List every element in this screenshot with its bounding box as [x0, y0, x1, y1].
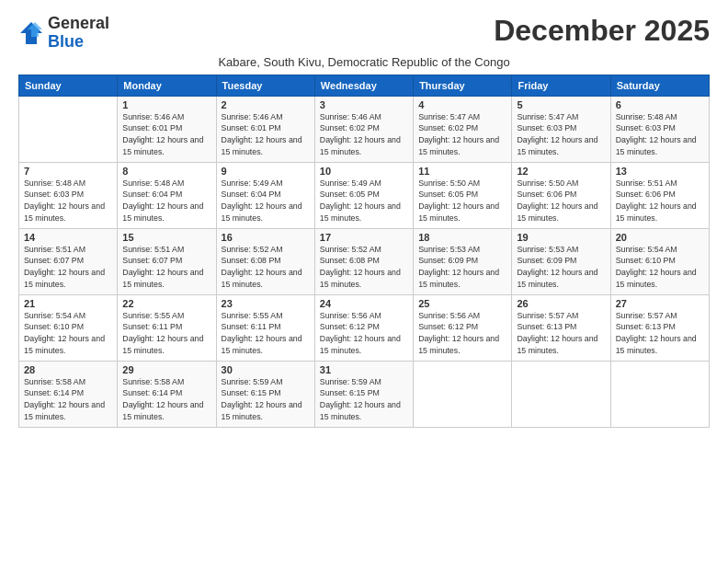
calendar-cell: 1 Sunrise: 5:46 AMSunset: 6:01 PMDayligh… [118, 96, 216, 162]
calendar-cell: 22 Sunrise: 5:55 AMSunset: 6:11 PMDaylig… [118, 294, 216, 361]
col-thursday: Thursday [414, 75, 512, 96]
day-info: Sunrise: 5:48 AMSunset: 6:03 PMDaylight:… [24, 178, 105, 224]
calendar-cell: 7 Sunrise: 5:48 AMSunset: 6:03 PMDayligh… [19, 162, 118, 228]
calendar-cell: 26 Sunrise: 5:57 AMSunset: 6:13 PMDaylig… [512, 294, 610, 361]
calendar-week-4: 28 Sunrise: 5:58 AMSunset: 6:14 PMDaylig… [19, 361, 710, 427]
calendar-cell: 21 Sunrise: 5:54 AMSunset: 6:10 PMDaylig… [19, 294, 118, 361]
logo: General Blue [18, 15, 109, 52]
calendar-week-0: 1 Sunrise: 5:46 AMSunset: 6:01 PMDayligh… [19, 96, 710, 162]
day-number: 8 [122, 166, 210, 177]
day-info: Sunrise: 5:52 AMSunset: 6:08 PMDaylight:… [222, 245, 302, 290]
day-number: 17 [320, 232, 408, 243]
day-number: 30 [222, 364, 310, 375]
logo-general-text: General [48, 14, 109, 32]
day-info: Sunrise: 5:57 AMSunset: 6:13 PMDaylight:… [517, 311, 597, 356]
day-number: 16 [222, 232, 310, 243]
day-info: Sunrise: 5:56 AMSunset: 6:12 PMDaylight:… [418, 311, 499, 356]
day-number: 12 [517, 166, 605, 177]
day-number: 19 [517, 232, 605, 243]
calendar-cell: 14 Sunrise: 5:51 AMSunset: 6:07 PMDaylig… [19, 228, 118, 294]
calendar-cell: 31 Sunrise: 5:59 AMSunset: 6:15 PMDaylig… [314, 361, 413, 427]
calendar-cell: 2 Sunrise: 5:46 AMSunset: 6:01 PMDayligh… [216, 96, 314, 162]
day-number: 5 [517, 99, 605, 110]
col-friday: Friday [512, 75, 610, 96]
calendar-cell: 17 Sunrise: 5:52 AMSunset: 6:08 PMDaylig… [314, 228, 413, 294]
calendar-cell: 4 Sunrise: 5:47 AMSunset: 6:02 PMDayligh… [414, 96, 512, 162]
day-info: Sunrise: 5:51 AMSunset: 6:07 PMDaylight:… [122, 245, 203, 290]
day-number: 3 [320, 99, 408, 110]
col-monday: Monday [118, 75, 216, 96]
day-number: 31 [320, 364, 408, 375]
calendar-cell: 8 Sunrise: 5:48 AMSunset: 6:04 PMDayligh… [118, 162, 216, 228]
day-info: Sunrise: 5:53 AMSunset: 6:09 PMDaylight:… [418, 245, 499, 290]
col-sunday: Sunday [19, 75, 118, 96]
day-info: Sunrise: 5:49 AMSunset: 6:05 PMDaylight:… [320, 178, 401, 224]
day-info: Sunrise: 5:53 AMSunset: 6:09 PMDaylight:… [517, 245, 597, 290]
month-title: December 2025 [494, 15, 710, 47]
day-info: Sunrise: 5:58 AMSunset: 6:14 PMDaylight:… [24, 377, 105, 422]
day-number: 27 [616, 298, 704, 309]
page: General Blue December 2025 Kabare, South… [0, 0, 728, 563]
day-info: Sunrise: 5:46 AMSunset: 6:01 PMDaylight:… [122, 112, 203, 157]
calendar-week-3: 21 Sunrise: 5:54 AMSunset: 6:10 PMDaylig… [19, 294, 710, 361]
calendar-cell: 15 Sunrise: 5:51 AMSunset: 6:07 PMDaylig… [118, 228, 216, 294]
calendar-cell: 30 Sunrise: 5:59 AMSunset: 6:15 PMDaylig… [216, 361, 314, 427]
calendar-cell: 5 Sunrise: 5:47 AMSunset: 6:03 PMDayligh… [512, 96, 610, 162]
day-number: 7 [24, 166, 112, 177]
calendar-cell: 16 Sunrise: 5:52 AMSunset: 6:08 PMDaylig… [216, 228, 314, 294]
day-number: 4 [418, 99, 506, 110]
day-info: Sunrise: 5:47 AMSunset: 6:02 PMDaylight:… [418, 112, 499, 157]
day-info: Sunrise: 5:47 AMSunset: 6:03 PMDaylight:… [517, 112, 597, 157]
day-number: 25 [418, 298, 506, 309]
calendar-cell: 13 Sunrise: 5:51 AMSunset: 6:06 PMDaylig… [610, 162, 709, 228]
calendar-week-1: 7 Sunrise: 5:48 AMSunset: 6:03 PMDayligh… [19, 162, 710, 228]
day-info: Sunrise: 5:52 AMSunset: 6:08 PMDaylight:… [320, 245, 401, 290]
day-number: 9 [222, 166, 310, 177]
calendar-cell [414, 361, 512, 427]
col-wednesday: Wednesday [314, 75, 413, 96]
logo-icon [18, 20, 44, 46]
calendar-cell: 18 Sunrise: 5:53 AMSunset: 6:09 PMDaylig… [414, 228, 512, 294]
calendar-cell: 24 Sunrise: 5:56 AMSunset: 6:12 PMDaylig… [314, 294, 413, 361]
day-number: 2 [222, 99, 310, 110]
day-number: 14 [24, 232, 112, 243]
calendar-cell: 19 Sunrise: 5:53 AMSunset: 6:09 PMDaylig… [512, 228, 610, 294]
day-info: Sunrise: 5:59 AMSunset: 6:15 PMDaylight:… [222, 377, 302, 422]
day-info: Sunrise: 5:50 AMSunset: 6:05 PMDaylight:… [418, 178, 499, 224]
calendar-cell [19, 96, 118, 162]
calendar-cell: 27 Sunrise: 5:57 AMSunset: 6:13 PMDaylig… [610, 294, 709, 361]
day-info: Sunrise: 5:55 AMSunset: 6:11 PMDaylight:… [122, 311, 203, 356]
day-number: 13 [616, 166, 704, 177]
calendar-week-2: 14 Sunrise: 5:51 AMSunset: 6:07 PMDaylig… [19, 228, 710, 294]
header-row: Sunday Monday Tuesday Wednesday Thursday… [19, 75, 710, 96]
calendar-cell: 10 Sunrise: 5:49 AMSunset: 6:05 PMDaylig… [314, 162, 413, 228]
day-number: 20 [616, 232, 704, 243]
calendar-cell: 9 Sunrise: 5:49 AMSunset: 6:04 PMDayligh… [216, 162, 314, 228]
calendar-cell: 12 Sunrise: 5:50 AMSunset: 6:06 PMDaylig… [512, 162, 610, 228]
day-info: Sunrise: 5:48 AMSunset: 6:03 PMDaylight:… [616, 112, 697, 157]
day-number: 18 [418, 232, 506, 243]
day-number: 26 [517, 298, 605, 309]
day-info: Sunrise: 5:59 AMSunset: 6:15 PMDaylight:… [320, 377, 401, 422]
col-tuesday: Tuesday [216, 75, 314, 96]
day-number: 15 [122, 232, 210, 243]
day-info: Sunrise: 5:46 AMSunset: 6:01 PMDaylight:… [222, 112, 302, 157]
day-number: 21 [24, 298, 112, 309]
col-saturday: Saturday [610, 75, 709, 96]
subtitle: Kabare, South Kivu, Democratic Republic … [18, 55, 710, 69]
day-number: 10 [320, 166, 408, 177]
day-number: 24 [320, 298, 408, 309]
day-info: Sunrise: 5:46 AMSunset: 6:02 PMDaylight:… [320, 112, 401, 157]
header: General Blue December 2025 [18, 15, 710, 52]
calendar-cell: 29 Sunrise: 5:58 AMSunset: 6:14 PMDaylig… [118, 361, 216, 427]
title-block: December 2025 [494, 15, 710, 47]
day-number: 11 [418, 166, 506, 177]
calendar-cell: 20 Sunrise: 5:54 AMSunset: 6:10 PMDaylig… [610, 228, 709, 294]
calendar-table: Sunday Monday Tuesday Wednesday Thursday… [18, 75, 710, 428]
day-info: Sunrise: 5:58 AMSunset: 6:14 PMDaylight:… [122, 377, 203, 422]
day-info: Sunrise: 5:51 AMSunset: 6:07 PMDaylight:… [24, 245, 105, 290]
day-info: Sunrise: 5:50 AMSunset: 6:06 PMDaylight:… [517, 178, 597, 224]
day-number: 6 [616, 99, 704, 110]
day-info: Sunrise: 5:55 AMSunset: 6:11 PMDaylight:… [222, 311, 302, 356]
day-info: Sunrise: 5:56 AMSunset: 6:12 PMDaylight:… [320, 311, 401, 356]
